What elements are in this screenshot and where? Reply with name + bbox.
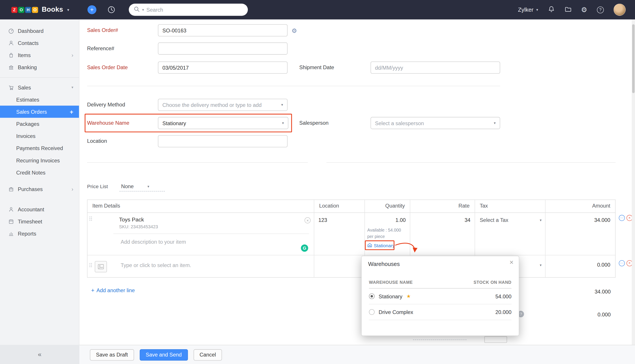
help-button[interactable]: ? [597, 6, 604, 13]
sidebar-item-accountant[interactable]: Accountant [0, 203, 79, 215]
documents-button[interactable] [564, 6, 571, 14]
item-description-input[interactable]: Add description to your item [121, 239, 186, 245]
item-location-cell[interactable] [314, 255, 364, 277]
warehouse-row-stationary[interactable]: Stationary ★ 54.000 [369, 289, 511, 304]
popup-column-stock-on-hand: STOCK ON HAND [474, 280, 511, 288]
save-as-draft-button[interactable]: Save as Draft [90, 349, 134, 360]
sidebar-item-contacts[interactable]: Contacts [0, 37, 79, 49]
grammarly-icon[interactable]: G [301, 244, 308, 252]
sidebar-item-items[interactable]: Items › [0, 49, 79, 61]
row-more-actions-icon[interactable]: ⋯ [619, 215, 625, 221]
table-header-row: Item Details Location Quantity Rate Tax … [88, 200, 615, 213]
reference-input[interactable] [158, 42, 288, 55]
cancel-button[interactable]: Cancel [193, 349, 222, 360]
gear-icon: ⚙ [581, 6, 587, 14]
sidebar-item-label: Sales [18, 84, 31, 90]
sidebar-item-credit-notes[interactable]: Credit Notes [0, 166, 79, 178]
item-tax-cell[interactable]: Select a Tax ▾ [474, 213, 545, 255]
scrollbar-thumb[interactable] [632, 24, 634, 93]
item-amount-value: 34.000 [594, 217, 610, 223]
column-header-amount: Amount [545, 200, 615, 212]
item-amount-cell: 34.000 [545, 213, 615, 255]
bank-icon [8, 64, 14, 70]
sidebar-item-packages[interactable]: Packages [0, 118, 79, 130]
chevron-down-icon: ▾ [540, 263, 541, 267]
scrollbar-track [632, 20, 635, 345]
form-divider [87, 86, 500, 86]
zoho-books-logo[interactable]: Z O H O Books ▾ [11, 0, 69, 20]
add-sales-order-button[interactable]: + [70, 108, 73, 115]
salesperson-placeholder: Select a salesperson [375, 120, 491, 126]
obscured-field-fragment [413, 340, 466, 340]
delivery-method-label: Delivery Method [87, 99, 125, 111]
numbering-settings-gear-icon[interactable]: ⚙ [291, 27, 297, 34]
sidebar-section-sales[interactable]: Sales ▾ [0, 81, 79, 94]
obscured-input-fragment[interactable] [484, 336, 507, 343]
purchases-icon [8, 186, 14, 192]
collapse-icon: « [38, 351, 42, 358]
price-list-select[interactable]: None ▾ [120, 182, 165, 192]
shipment-date-input[interactable] [371, 62, 500, 74]
popup-column-headers: WAREHOUSE NAME STOCK ON HAND [369, 280, 511, 288]
item-rate-cell[interactable]: 34 [410, 213, 474, 255]
sidebar-item-label: Contacts [18, 40, 39, 46]
sidebar-item-banking[interactable]: Banking [0, 61, 79, 73]
drag-handle-icon[interactable] [89, 262, 92, 269]
radio-unselected-icon[interactable] [369, 309, 375, 315]
sidebar-item-recurring-invoices[interactable]: Recurring Invoices [0, 154, 79, 166]
search-input[interactable] [146, 6, 243, 13]
warehouse-row-stock: 20.000 [495, 309, 511, 315]
zoho-logo-letter: Z [11, 6, 18, 13]
radio-selected-icon[interactable] [369, 294, 375, 299]
save-and-send-button[interactable]: Save and Send [140, 349, 188, 360]
user-avatar[interactable] [613, 4, 626, 16]
accountant-icon [8, 206, 14, 212]
sidebar-item-sales-orders[interactable]: Sales Orders + [0, 106, 79, 118]
row-more-actions-icon[interactable]: ⋯ [619, 260, 625, 266]
tax-select-placeholder: Select a Tax [480, 217, 508, 223]
recent-history-button[interactable] [107, 5, 116, 14]
sidebar: Dashboard Contacts Items › Banking Sales… [0, 20, 79, 364]
chevron-down-icon: ▾ [282, 121, 284, 125]
description-divider [113, 234, 309, 234]
primary-star-icon: ★ [406, 294, 411, 299]
close-icon[interactable]: × [509, 259, 513, 267]
chevron-down-icon: ▾ [281, 103, 283, 107]
chevron-down-icon: ▾ [536, 8, 538, 12]
notifications-button[interactable] [548, 6, 555, 14]
delivery-method-select[interactable]: Choose the delivery method or type to ad… [158, 99, 288, 111]
sales-order-number-input[interactable] [158, 24, 288, 36]
search-category-caret-icon[interactable]: ▾ [142, 8, 144, 12]
item-select-placeholder[interactable]: Type or click to select an item. [121, 262, 191, 268]
price-list-value: None [121, 183, 134, 190]
sidebar-item-estimates[interactable]: Estimates [0, 94, 79, 106]
item-location-value: 123 [318, 217, 327, 223]
column-header-item-details: Item Details [88, 200, 314, 212]
item-name[interactable]: Toys Pack [119, 216, 144, 223]
sidebar-collapse-button[interactable]: « [0, 345, 79, 364]
sidebar-item-reports[interactable]: Reports [0, 228, 79, 240]
sidebar-item-purchases[interactable]: Purchases › [0, 183, 79, 195]
sidebar-item-invoices[interactable]: Invoices [0, 130, 79, 142]
add-another-line-button[interactable]: + Add another line [91, 287, 135, 293]
drag-handle-icon[interactable] [89, 215, 92, 222]
warehouse-stock-link[interactable]: Stationary [367, 243, 395, 248]
sidebar-item-dashboard[interactable]: Dashboard [0, 25, 79, 37]
org-switcher[interactable]: Zylker ▾ [518, 6, 538, 13]
item-location-cell[interactable]: 123 [314, 213, 364, 255]
item-details-cell[interactable]: Type or click to select an item. [88, 255, 314, 277]
quick-create-button[interactable]: + [88, 5, 96, 14]
sidebar-item-timesheet[interactable]: Timesheet [0, 215, 79, 228]
location-input[interactable] [158, 135, 288, 147]
warehouse-name-select[interactable]: Stationary ▾ [158, 117, 288, 129]
sales-order-date-input[interactable] [158, 62, 288, 74]
warehouse-row-drive-complex[interactable]: Drive Complex 20.000 [369, 304, 511, 320]
salesperson-select[interactable]: Select a salesperson ▾ [371, 117, 500, 129]
settings-button[interactable]: ⚙ [581, 6, 587, 14]
remove-item-icon[interactable]: × [304, 217, 311, 224]
item-quantity-cell[interactable]: 1.00 Available : 54.000 per piece Statio… [364, 213, 410, 255]
chevron-down-icon: ▾ [67, 8, 69, 12]
line-item-row-empty: Type or click to select an item. ▾ 0.000 [88, 255, 615, 277]
sidebar-item-payments-received[interactable]: Payments Received [0, 142, 79, 154]
item-sku: SKU: 23435453423 [119, 224, 158, 229]
